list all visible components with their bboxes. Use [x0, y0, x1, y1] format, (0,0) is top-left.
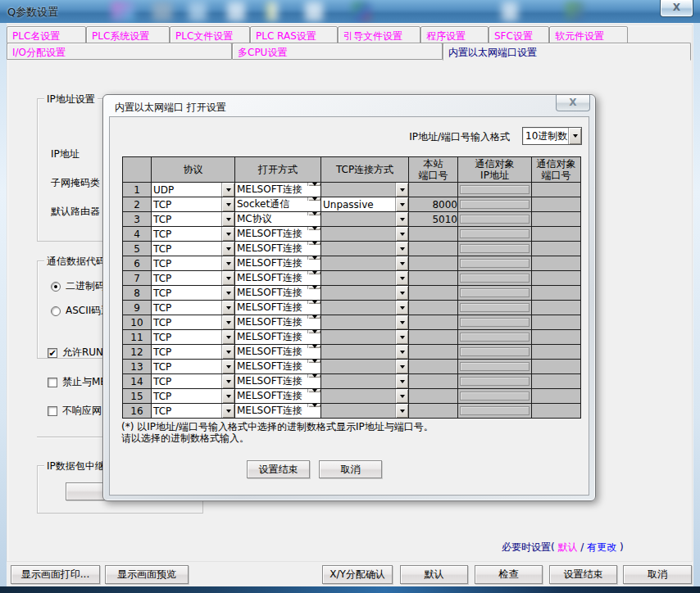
protocol-dropdown[interactable]: TCP	[152, 286, 234, 300]
dropdown-arrow-button[interactable]	[395, 330, 408, 344]
window-close-button[interactable]: X	[660, 0, 693, 17]
tcp-connection-dropdown[interactable]	[321, 374, 408, 388]
tab-device[interactable]: 软元件设置	[549, 26, 628, 43]
dropdown-arrow-button[interactable]	[395, 301, 408, 315]
dropdown-arrow-button[interactable]	[395, 315, 408, 329]
protocol-dropdown[interactable]: TCP	[152, 212, 234, 226]
dropdown-arrow-button[interactable]	[307, 345, 320, 348]
tab-multi-cpu[interactable]: 多CPU设置	[232, 43, 443, 60]
dropdown-arrow-button[interactable]	[307, 389, 320, 392]
dropdown-arrow-button[interactable]	[395, 197, 408, 211]
open-method-dropdown[interactable]: MC协议	[235, 212, 320, 226]
row-number-cell[interactable]: 12	[123, 345, 152, 360]
dropdown-arrow-button[interactable]	[307, 360, 320, 363]
dropdown-arrow-button[interactable]	[307, 183, 320, 186]
tcp-connection-dropdown[interactable]	[321, 404, 408, 418]
row-number-cell[interactable]: 5	[123, 242, 152, 256]
protocol-dropdown[interactable]: TCP	[152, 360, 234, 373]
protocol-dropdown[interactable]: UDP	[152, 183, 234, 197]
open-method-dropdown[interactable]: MELSOFT连接	[235, 389, 320, 403]
dropdown-arrow-button[interactable]	[307, 242, 320, 245]
tcp-connection-dropdown[interactable]	[321, 389, 408, 403]
tab-plc-system[interactable]: PLC系统设置	[86, 26, 170, 43]
row-number-cell[interactable]: 1	[123, 183, 152, 197]
tcp-connection-dropdown[interactable]	[321, 286, 408, 300]
protocol-dropdown[interactable]: TCP	[152, 197, 234, 211]
dropdown-arrow-button[interactable]	[307, 330, 320, 333]
dropdown-arrow-button[interactable]	[221, 315, 234, 329]
dropdown-arrow-button[interactable]	[221, 345, 234, 359]
row-number-cell[interactable]: 4	[123, 227, 152, 242]
dropdown-arrow-button[interactable]	[395, 345, 408, 359]
protocol-dropdown[interactable]: TCP	[152, 271, 234, 285]
protocol-dropdown[interactable]: TCP	[152, 389, 234, 403]
open-method-dropdown[interactable]: MELSOFT连接	[235, 301, 320, 315]
row-number-cell[interactable]: 8	[123, 286, 152, 301]
tab-ethernet-port[interactable]: 内置以太网端口设置	[443, 43, 691, 61]
protocol-dropdown[interactable]: TCP	[152, 301, 234, 315]
tcp-connection-dropdown[interactable]	[321, 212, 408, 226]
dropdown-arrow-button[interactable]	[307, 315, 320, 319]
dropdown-arrow-button[interactable]	[221, 197, 234, 211]
protocol-dropdown[interactable]: TCP	[152, 404, 234, 418]
dropdown-arrow-button[interactable]	[221, 301, 234, 315]
tcp-connection-dropdown[interactable]	[321, 227, 408, 241]
protocol-dropdown[interactable]: TCP	[152, 315, 234, 329]
open-method-dropdown[interactable]: MELSOFT连接	[235, 242, 320, 256]
dropdown-arrow-button[interactable]	[221, 286, 234, 300]
open-method-dropdown[interactable]: MELSOFT连接	[235, 227, 320, 241]
row-number-cell[interactable]: 7	[123, 271, 152, 286]
row-number-cell[interactable]: 2	[123, 197, 152, 212]
protocol-dropdown[interactable]: TCP	[152, 374, 234, 388]
tab-plc-name[interactable]: PLC名设置	[7, 26, 86, 43]
dropdown-arrow-button[interactable]	[221, 389, 234, 403]
binary-code-radio[interactable]: 二进制码	[51, 279, 105, 293]
tcp-connection-dropdown[interactable]	[321, 315, 408, 329]
dropdown-arrow-button[interactable]	[307, 271, 320, 274]
setting-finish-button[interactable]: 设置结束	[549, 565, 617, 584]
dropdown-arrow-button[interactable]	[221, 374, 234, 388]
open-method-dropdown[interactable]: MELSOFT连接	[235, 360, 320, 373]
tab-program[interactable]: 程序设置	[420, 26, 489, 43]
dropdown-arrow-button[interactable]	[307, 227, 320, 230]
protocol-dropdown[interactable]: TCP	[152, 227, 234, 241]
open-method-dropdown[interactable]: Socket通信	[235, 197, 320, 211]
dropdown-arrow-button[interactable]	[395, 360, 408, 373]
tab-io-assignment[interactable]: I/O分配设置	[7, 43, 232, 60]
open-method-dropdown[interactable]: MELSOFT连接	[235, 315, 320, 329]
tab-sfc[interactable]: SFC设置	[489, 26, 549, 43]
dropdown-arrow-button[interactable]	[395, 374, 408, 388]
row-number-cell[interactable]: 15	[123, 389, 152, 404]
tcp-connection-dropdown[interactable]	[321, 256, 408, 270]
check-button[interactable]: 检查	[475, 565, 543, 584]
dialog-close-button[interactable]: X	[556, 95, 590, 111]
tcp-connection-dropdown[interactable]	[321, 242, 408, 256]
local-port-cell[interactable]: 5010	[409, 212, 458, 227]
row-number-cell[interactable]: 14	[123, 374, 152, 389]
xy-assignment-confirm-button[interactable]: X/Y分配确认	[322, 565, 393, 584]
dialog-cancel-button[interactable]: 取消	[319, 460, 382, 478]
open-method-dropdown[interactable]: MELSOFT连接	[235, 374, 320, 388]
row-number-cell[interactable]: 13	[123, 360, 152, 374]
tcp-connection-dropdown[interactable]: Unpassive	[321, 197, 408, 211]
allow-run-checkbox[interactable]: ✔ 允许RUN	[48, 346, 103, 360]
dropdown-arrow-button[interactable]	[395, 286, 408, 300]
dropdown-arrow-button[interactable]	[221, 404, 234, 418]
dropdown-arrow-button[interactable]	[307, 256, 320, 260]
open-method-dropdown[interactable]: MELSOFT连接	[235, 256, 320, 270]
protocol-dropdown[interactable]: TCP	[152, 256, 234, 270]
row-number-cell[interactable]: 10	[123, 315, 152, 330]
dropdown-arrow-button[interactable]	[307, 212, 320, 215]
default-button[interactable]: 默认	[400, 565, 468, 584]
dropdown-arrow-button[interactable]	[395, 212, 408, 226]
dropdown-arrow-button[interactable]	[307, 197, 320, 201]
dropdown-arrow-button[interactable]	[395, 256, 408, 270]
input-format-dropdown[interactable]: 10进制数	[522, 127, 582, 145]
dialog-setting-finish-button[interactable]: 设置结束	[247, 460, 310, 478]
tcp-connection-dropdown[interactable]	[321, 271, 408, 285]
tcp-connection-dropdown[interactable]	[321, 330, 408, 344]
dropdown-arrow-button[interactable]	[395, 404, 408, 418]
protocol-dropdown[interactable]: TCP	[152, 330, 234, 344]
open-method-dropdown[interactable]: MELSOFT连接	[235, 183, 320, 197]
dropdown-arrow-button[interactable]	[221, 271, 234, 285]
